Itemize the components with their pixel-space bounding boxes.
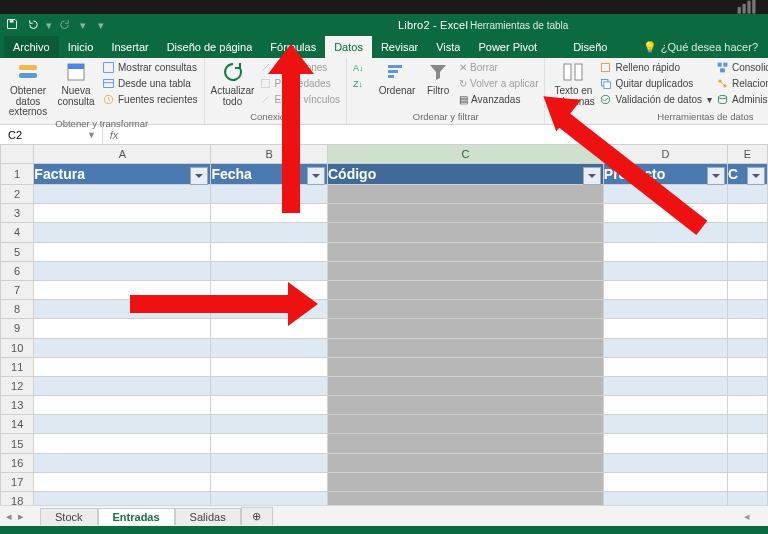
cell[interactable] xyxy=(328,338,604,357)
redo-icon[interactable] xyxy=(60,18,72,32)
tab-file[interactable]: Archivo xyxy=(4,36,59,58)
column-header[interactable]: D xyxy=(603,145,727,164)
cell[interactable] xyxy=(34,223,211,242)
filter-dropdown-icon[interactable] xyxy=(707,167,725,185)
cell[interactable] xyxy=(603,434,727,453)
cell[interactable] xyxy=(34,280,211,299)
cell[interactable] xyxy=(603,453,727,472)
cell[interactable] xyxy=(211,396,328,415)
cell[interactable] xyxy=(34,300,211,319)
cell[interactable] xyxy=(603,300,727,319)
cell[interactable] xyxy=(603,338,727,357)
cell[interactable] xyxy=(603,319,727,338)
remove-duplicates-button[interactable]: Quitar duplicados xyxy=(599,76,712,91)
cell[interactable] xyxy=(211,338,328,357)
row-header[interactable]: 2 xyxy=(1,185,34,204)
name-box[interactable]: ▼ xyxy=(0,125,103,145)
tab-datos[interactable]: Datos xyxy=(325,36,372,58)
manage-data-model-button[interactable]: Administrar modelo de datos xyxy=(716,92,768,107)
cell[interactable] xyxy=(727,204,767,223)
select-all-cell[interactable] xyxy=(1,145,34,164)
cell[interactable] xyxy=(211,319,328,338)
filter-dropdown-icon[interactable] xyxy=(307,167,325,185)
cell[interactable] xyxy=(727,280,767,299)
cell[interactable] xyxy=(727,357,767,376)
row-header[interactable]: 6 xyxy=(1,261,34,280)
cell[interactable] xyxy=(727,453,767,472)
cell[interactable] xyxy=(727,223,767,242)
sheet-tab-stock[interactable]: Stock xyxy=(40,508,98,525)
fx-icon[interactable]: fx xyxy=(103,129,125,141)
cell[interactable] xyxy=(603,376,727,395)
cell[interactable] xyxy=(34,396,211,415)
recent-sources-button[interactable]: Fuentes recientes xyxy=(102,92,198,107)
table-header-cell[interactable]: Fecha xyxy=(211,164,328,185)
cell[interactable] xyxy=(34,376,211,395)
tab-powerpivot[interactable]: Power Pivot xyxy=(469,36,546,58)
row-header[interactable]: 4 xyxy=(1,223,34,242)
cell[interactable] xyxy=(34,338,211,357)
cell[interactable] xyxy=(727,415,767,434)
row-header[interactable]: 8 xyxy=(1,300,34,319)
get-external-data-button[interactable]: Obtener datos externos xyxy=(6,60,50,118)
cell[interactable] xyxy=(727,261,767,280)
row-header[interactable]: 16 xyxy=(1,453,34,472)
cell[interactable] xyxy=(211,242,328,261)
cell[interactable] xyxy=(603,223,727,242)
cell[interactable] xyxy=(727,434,767,453)
connections-button[interactable]: Conexiones xyxy=(259,60,341,75)
cell[interactable] xyxy=(34,472,211,491)
cell[interactable] xyxy=(211,300,328,319)
row-header[interactable]: 15 xyxy=(1,434,34,453)
tab-context-diseno[interactable]: Diseño xyxy=(564,36,616,58)
cell[interactable] xyxy=(603,204,727,223)
tab-inicio[interactable]: Inicio xyxy=(59,36,103,58)
cell[interactable] xyxy=(328,185,604,204)
cell[interactable] xyxy=(34,453,211,472)
cell[interactable] xyxy=(727,300,767,319)
cell[interactable] xyxy=(34,204,211,223)
row-header[interactable]: 14 xyxy=(1,415,34,434)
column-header[interactable]: E xyxy=(727,145,767,164)
row-header[interactable]: 3 xyxy=(1,204,34,223)
relationships-button[interactable]: Relaciones xyxy=(716,76,768,91)
cell[interactable] xyxy=(603,472,727,491)
cell[interactable] xyxy=(727,319,767,338)
worksheet-grid[interactable]: ABCDE1FacturaFechaCódigoProductoC2345678… xyxy=(0,144,768,510)
cell[interactable] xyxy=(727,338,767,357)
cell[interactable] xyxy=(211,415,328,434)
cell[interactable] xyxy=(211,280,328,299)
cell[interactable] xyxy=(34,185,211,204)
advanced-filter-button[interactable]: ▤Avanzadas xyxy=(459,92,538,107)
data-validation-button[interactable]: Validación de datos▾ xyxy=(599,92,712,107)
row-header[interactable]: 10 xyxy=(1,338,34,357)
row-header[interactable]: 11 xyxy=(1,357,34,376)
filter-button[interactable]: Filtro xyxy=(421,60,455,97)
name-box-input[interactable] xyxy=(6,128,87,142)
text-to-columns-button[interactable]: Texto en columnas xyxy=(551,60,595,107)
cell[interactable] xyxy=(328,357,604,376)
cell[interactable] xyxy=(727,376,767,395)
tab-diseno-pagina[interactable]: Diseño de página xyxy=(158,36,262,58)
tab-insertar[interactable]: Insertar xyxy=(102,36,157,58)
row-header[interactable]: 9 xyxy=(1,319,34,338)
filter-dropdown-icon[interactable] xyxy=(190,167,208,185)
cell[interactable] xyxy=(34,415,211,434)
filter-dropdown-icon[interactable] xyxy=(747,167,765,185)
column-header[interactable]: C xyxy=(328,145,604,164)
cell[interactable] xyxy=(328,376,604,395)
cell[interactable] xyxy=(328,396,604,415)
refresh-all-button[interactable]: Actualizar todo xyxy=(211,60,255,107)
cell[interactable] xyxy=(328,415,604,434)
cell[interactable] xyxy=(211,453,328,472)
new-query-button[interactable]: Nueva consulta xyxy=(54,60,98,107)
cell[interactable] xyxy=(328,472,604,491)
undo-icon[interactable] xyxy=(26,18,38,32)
cell[interactable] xyxy=(328,434,604,453)
cell[interactable] xyxy=(211,434,328,453)
save-icon[interactable] xyxy=(6,18,18,32)
from-table-button[interactable]: Desde una tabla xyxy=(102,76,198,91)
table-header-cell[interactable]: Código xyxy=(328,164,604,185)
row-header[interactable]: 7 xyxy=(1,280,34,299)
sheet-tab-salidas[interactable]: Salidas xyxy=(175,508,241,525)
